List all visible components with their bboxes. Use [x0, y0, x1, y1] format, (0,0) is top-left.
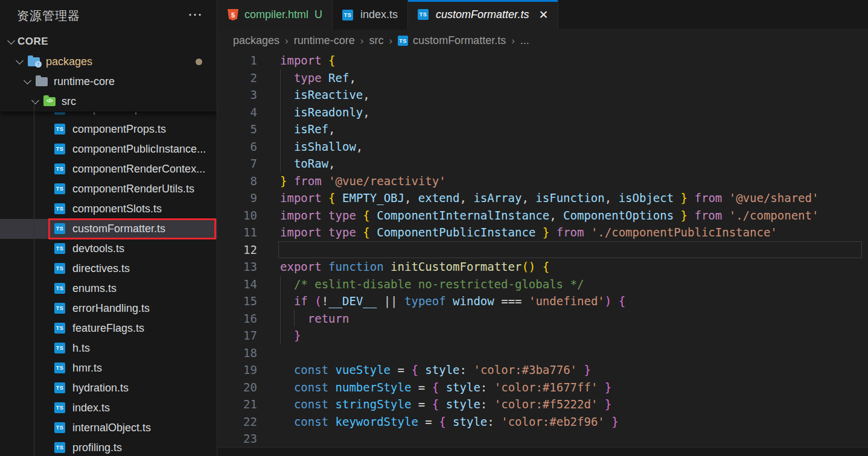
typescript-file-icon: TS	[54, 144, 65, 154]
code-text: isReadonly,	[257, 104, 370, 121]
sidebar-item-directives.ts[interactable]: TSdirectives.ts	[0, 259, 217, 279]
line-number: 18	[218, 344, 257, 362]
typescript-file-icon: TS	[54, 124, 65, 135]
file-label: componentPublicInstance...	[72, 143, 206, 156]
sidebar-item-componentRenderContex...[interactable]: TScomponentRenderContex...	[0, 159, 217, 179]
typescript-file-icon: TS	[54, 183, 65, 194]
line-number: 21	[218, 396, 257, 413]
folder-src-icon: </>	[43, 97, 56, 106]
code-text: const vueStyle = { style: 'color:#3ba776…	[257, 361, 591, 379]
sidebar-item-runtime-core[interactable]: runtime-core	[0, 72, 217, 92]
code-line-13[interactable]: 13export function initCustomFormatter() …	[218, 258, 868, 276]
modified-dot-badge	[196, 59, 202, 65]
sidebar-item-internalObject.ts[interactable]: TSinternalObject.ts	[0, 418, 217, 438]
sidebar-item-packages[interactable]: ↑packages	[0, 52, 217, 72]
folder-gray-icon	[36, 77, 48, 86]
sticky-tree-path: ↑packagesruntime-core</>src	[0, 52, 217, 112]
breadcrumb-item-packages[interactable]: packages	[233, 34, 279, 47]
tab-label: index.ts	[360, 8, 398, 21]
code-text: const stringStyle = { style: 'color:#f52…	[257, 396, 611, 413]
tab-customFormatter.ts[interactable]: TScustomFormatter.ts✕	[408, 0, 558, 30]
line-number: 14	[218, 276, 257, 293]
sidebar-item-profiling.ts[interactable]: TSprofiling.ts	[0, 438, 217, 456]
code-line-7[interactable]: 7 toRaw,	[218, 155, 868, 173]
code-text: import type { ComponentPublicInstance } …	[257, 224, 777, 241]
code-line-22[interactable]: 22 const keywordStyle = { style: 'color:…	[218, 413, 868, 431]
code-text: } from '@vue/reactivity'	[257, 173, 446, 190]
sidebar-item-hydration.ts[interactable]: TShydration.ts	[0, 378, 217, 398]
sidebar-item-index.ts[interactable]: TSindex.ts	[0, 398, 217, 418]
code-line-3[interactable]: 3 isReactive,	[218, 86, 868, 104]
breadcrumb-separator: ›	[285, 35, 289, 47]
sidebar-item-componentPublicInstance...[interactable]: TScomponentPublicInstance...	[0, 139, 217, 159]
code-line-2[interactable]: 2 type Ref,	[218, 69, 868, 87]
code-text: import { EMPTY_OBJ, extend, isArray, isF…	[257, 189, 819, 207]
sidebar-item-src[interactable]: </>src	[0, 92, 217, 112]
code-line-20[interactable]: 20 const numberStyle = { style: 'color:#…	[218, 379, 868, 396]
sidebar-item-customFormatter.ts[interactable]: TScustomFormatter.ts	[0, 219, 217, 239]
code-line-12[interactable]: 12	[218, 241, 868, 259]
code-text: const numberStyle = { style: 'color:#167…	[257, 379, 611, 396]
sidebar-item-componentProps.ts[interactable]: TScomponentProps.ts	[0, 119, 217, 139]
code-text	[257, 241, 280, 259]
typescript-file-icon: TS	[54, 203, 65, 214]
line-number: 7	[218, 155, 257, 173]
code-text: isShallow,	[257, 138, 363, 156]
code-line-10[interactable]: 10import type { ComponentInternalInstanc…	[218, 207, 868, 224]
sidebar-item-devtools.ts[interactable]: TSdevtools.ts	[0, 239, 217, 259]
horizontal-scrollbar-track[interactable]	[218, 447, 868, 456]
code-line-6[interactable]: 6 isShallow,	[218, 138, 868, 156]
code-line-14[interactable]: 14 /* eslint-disable no-restricted-globa…	[218, 276, 868, 293]
line-number: 3	[218, 86, 257, 104]
code-line-19[interactable]: 19 const vueStyle = { style: 'color:#3ba…	[218, 361, 868, 379]
folder-packages-icon: ↑	[28, 57, 40, 66]
tab-index.ts[interactable]: TSindex.ts	[333, 0, 408, 30]
code-line-23[interactable]: 23	[218, 430, 868, 447]
file-label: customFormatter.ts	[72, 223, 165, 235]
file-label: componentProps.ts	[72, 123, 166, 136]
code-line-1[interactable]: 1import {	[218, 52, 868, 69]
code-line-4[interactable]: 4 isReadonly,	[218, 104, 868, 121]
git-status-badge: U	[314, 8, 322, 21]
file-label: hydration.ts	[72, 382, 129, 394]
code-glyph: </>	[43, 98, 56, 104]
typescript-file-icon: TS	[54, 442, 65, 453]
typescript-file-icon: TS	[418, 9, 429, 20]
line-number: 2	[218, 69, 257, 87]
sidebar-item-h.ts[interactable]: TSh.ts	[0, 338, 217, 358]
sidebar-item-featureFlags.ts[interactable]: TSfeatureFlags.ts	[0, 318, 217, 338]
file-label: componentSlots.ts	[72, 203, 162, 215]
sidebar-item-errorHandling.ts[interactable]: TSerrorHandling.ts	[0, 299, 217, 318]
breadcrumb: packages›runtime-core›src›TScustomFormat…	[218, 30, 868, 52]
breadcrumb-item-src[interactable]: src	[369, 34, 383, 47]
typescript-file-icon: TS	[54, 243, 65, 254]
code-line-15[interactable]: 15 if (!__DEV__ || typeof window === 'un…	[218, 293, 868, 310]
close-icon[interactable]: ✕	[538, 9, 548, 21]
breadcrumb-item-...[interactable]: ...	[520, 34, 529, 47]
folder-label: src	[62, 95, 76, 108]
file-label: directives.ts	[72, 262, 130, 275]
code-line-11[interactable]: 11import type { ComponentPublicInstance …	[218, 224, 868, 241]
line-number: 23	[218, 430, 257, 447]
code-line-21[interactable]: 21 const stringStyle = { style: 'color:#…	[218, 396, 868, 413]
code-line-9[interactable]: 9import { EMPTY_OBJ, extend, isArray, is…	[218, 189, 868, 207]
code-line-18[interactable]: 18	[218, 344, 868, 362]
code-line-17[interactable]: 17 }	[218, 327, 868, 344]
code-line-5[interactable]: 5 isRef,	[218, 121, 868, 138]
typescript-file-icon: TS	[54, 303, 65, 314]
code-line-8[interactable]: 8} from '@vue/reactivity'	[218, 173, 868, 190]
explorer-sidebar: 资源管理器 ⋯ CORE TScomponentOptions.tsTScomp…	[0, 0, 217, 456]
sidebar-item-enums.ts[interactable]: TSenums.ts	[0, 279, 217, 299]
line-number: 13	[218, 258, 257, 276]
line-number: 16	[218, 310, 257, 328]
tab-compiler.html[interactable]: 5compiler.htmlU	[218, 0, 333, 30]
code-editor[interactable]: 1import {2 type Ref,3 isReactive,4 isRea…	[218, 52, 868, 447]
file-label: errorHandling.ts	[72, 302, 150, 315]
breadcrumb-item-runtime-core[interactable]: runtime-core	[294, 34, 355, 47]
sidebar-item-hmr.ts[interactable]: TShmr.ts	[0, 358, 217, 378]
sidebar-item-componentSlots.ts[interactable]: TScomponentSlots.ts	[0, 199, 217, 219]
sidebar-item-componentRenderUtils.ts[interactable]: TScomponentRenderUtils.ts	[0, 179, 217, 199]
breadcrumb-item-customFormatter.ts[interactable]: customFormatter.ts	[413, 34, 506, 47]
code-line-16[interactable]: 16 return	[218, 310, 868, 328]
typescript-file-icon: TS	[54, 382, 65, 393]
